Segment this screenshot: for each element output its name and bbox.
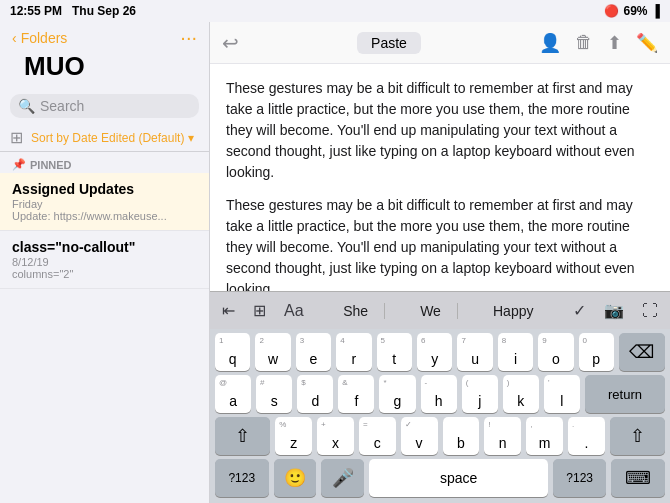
sort-bar: ⊞ Sort by Date Edited (Default) ▾: [0, 124, 209, 152]
editor-paragraph-1: These gestures may be a bit difficult to…: [226, 78, 654, 183]
key-delete[interactable]: ⌫: [619, 333, 665, 371]
sort-button[interactable]: Sort by Date Edited (Default) ▾: [31, 131, 194, 145]
key-g[interactable]: *g: [379, 375, 415, 413]
sort-label: Sort by Date Edited (Default): [31, 131, 184, 145]
search-icon: 🔍: [18, 98, 35, 114]
key-keyboard[interactable]: ⌨: [611, 459, 665, 497]
key-z[interactable]: %z: [275, 417, 312, 455]
key-l[interactable]: 'l: [544, 375, 580, 413]
more-icon[interactable]: ···: [180, 26, 197, 49]
key-m[interactable]: ,m: [526, 417, 563, 455]
undo-icon[interactable]: ↩: [222, 31, 239, 55]
key-emoji[interactable]: 🙂: [274, 459, 317, 497]
key-w[interactable]: 2w: [255, 333, 290, 371]
key-b[interactable]: b: [443, 417, 480, 455]
sidebar-title: MUO: [12, 49, 197, 88]
key-k[interactable]: )k: [503, 375, 539, 413]
pin-icon: 📌: [12, 158, 26, 171]
sidebar-header: ‹ Folders ··· MUO: [0, 22, 209, 94]
toolbar-right: 👤 🗑 ⬆ ✏️: [539, 32, 658, 54]
toolbar-left: ↩: [222, 31, 239, 55]
suggestion-she[interactable]: She: [327, 303, 385, 319]
key-mic[interactable]: 🎤: [321, 459, 364, 497]
note-preview-assigned: Update: https://www.makeuse...: [12, 210, 197, 222]
key-u[interactable]: 7u: [457, 333, 492, 371]
grid-icon[interactable]: ⊞: [10, 128, 23, 147]
status-time: 12:55 PM: [10, 4, 62, 18]
key-a[interactable]: @a: [215, 375, 251, 413]
paste-button[interactable]: Paste: [357, 32, 421, 54]
note-meta-assigned: Friday: [12, 198, 197, 210]
camera-button[interactable]: 📷: [600, 299, 628, 322]
battery-level: 69%: [623, 4, 647, 18]
battery-bar: ▐: [651, 4, 660, 18]
folders-back-button[interactable]: ‹ Folders: [12, 30, 67, 46]
suggestion-bar: She We Happy: [318, 303, 559, 319]
key-p[interactable]: 0p: [579, 333, 614, 371]
chevron-left-icon: ‹: [12, 30, 17, 46]
editor-paragraph-2: These gestures may be a bit difficult to…: [226, 195, 654, 291]
key-j[interactable]: (j: [462, 375, 498, 413]
search-input[interactable]: [40, 98, 215, 114]
key-space[interactable]: space: [369, 459, 548, 497]
format-left-buttons: ⇤ ⊞ Aa: [218, 299, 308, 322]
paste-label: Paste: [371, 35, 407, 51]
key-row-2: @a #s $d &f *g -h (j )k 'l return: [210, 371, 670, 413]
note-item-assigned[interactable]: Assigned Updates Friday Update: https://…: [0, 173, 209, 231]
key-y[interactable]: 6y: [417, 333, 452, 371]
main-container: ‹ Folders ··· MUO 🔍 🎤 ⊞ Sort by Date Edi…: [0, 22, 670, 503]
key-period[interactable]: ..: [568, 417, 605, 455]
key-v[interactable]: ✓v: [401, 417, 438, 455]
indent-button[interactable]: ⇤: [218, 299, 239, 322]
key-row-1: 1q 2w 3e 4r 5t 6y 7u 8i 9o 0p ⌫: [210, 329, 670, 371]
share-icon[interactable]: ⬆: [607, 32, 622, 54]
pinned-text: PINNED: [30, 159, 72, 171]
note-meta-callout: 8/12/19: [12, 256, 197, 268]
suggestion-we[interactable]: We: [404, 303, 458, 319]
key-s[interactable]: #s: [256, 375, 292, 413]
note-item-callout[interactable]: class="no-callout" 8/12/19 columns="2": [0, 231, 209, 289]
key-num-switch-left[interactable]: ?123: [215, 459, 269, 497]
key-num-switch-right[interactable]: ?123: [553, 459, 607, 497]
key-t[interactable]: 5t: [377, 333, 412, 371]
format-right-buttons: ✓ 📷 ⛶: [569, 299, 662, 322]
editor-area: ↩ Paste 👤 🗑 ⬆ ✏️ These gestures may be a…: [210, 22, 670, 503]
key-h[interactable]: -h: [421, 375, 457, 413]
key-e[interactable]: 3e: [296, 333, 331, 371]
battery-icon: 🔴: [604, 4, 619, 18]
folders-label: Folders: [21, 30, 68, 46]
expand-button[interactable]: ⛶: [638, 300, 662, 322]
key-n[interactable]: !n: [484, 417, 521, 455]
compose-icon[interactable]: ✏️: [636, 32, 658, 54]
key-f[interactable]: &f: [338, 375, 374, 413]
keyboard-format-bar: ⇤ ⊞ Aa She We Happy ✓ 📷 ⛶: [210, 291, 670, 329]
pinned-section-label: 📌 PINNED: [0, 152, 209, 173]
key-r[interactable]: 4r: [336, 333, 371, 371]
editor-toolbar: ↩ Paste 👤 🗑 ⬆ ✏️: [210, 22, 670, 64]
note-title-callout: class="no-callout": [12, 239, 197, 255]
key-return[interactable]: return: [585, 375, 665, 413]
sidebar: ‹ Folders ··· MUO 🔍 🎤 ⊞ Sort by Date Edi…: [0, 22, 210, 503]
key-shift-right[interactable]: ⇧: [610, 417, 665, 455]
person-icon[interactable]: 👤: [539, 32, 561, 54]
check-button[interactable]: ✓: [569, 299, 590, 322]
key-row-3: ⇧ %z +x =c ✓v b !n ,m .. ⇧: [210, 413, 670, 455]
key-i[interactable]: 8i: [498, 333, 533, 371]
key-o[interactable]: 9o: [538, 333, 573, 371]
font-button[interactable]: Aa: [280, 300, 308, 322]
key-shift-left[interactable]: ⇧: [215, 417, 270, 455]
table-button[interactable]: ⊞: [249, 299, 270, 322]
key-c[interactable]: =c: [359, 417, 396, 455]
editor-content[interactable]: These gestures may be a bit difficult to…: [210, 64, 670, 291]
status-bar: 12:55 PM Thu Sep 26 🔴 69% ▐: [0, 0, 670, 22]
note-preview-callout: columns="2": [12, 268, 197, 280]
key-x[interactable]: +x: [317, 417, 354, 455]
search-bar[interactable]: 🔍 🎤: [10, 94, 199, 118]
trash-icon[interactable]: 🗑: [575, 32, 593, 53]
key-q[interactable]: 1q: [215, 333, 250, 371]
suggestion-happy[interactable]: Happy: [477, 303, 549, 319]
keyboard: 1q 2w 3e 4r 5t 6y 7u 8i 9o 0p ⌫ @a #s $d…: [210, 329, 670, 503]
key-d[interactable]: $d: [297, 375, 333, 413]
note-title-assigned: Assigned Updates: [12, 181, 197, 197]
status-day: Thu Sep 26: [72, 4, 136, 18]
